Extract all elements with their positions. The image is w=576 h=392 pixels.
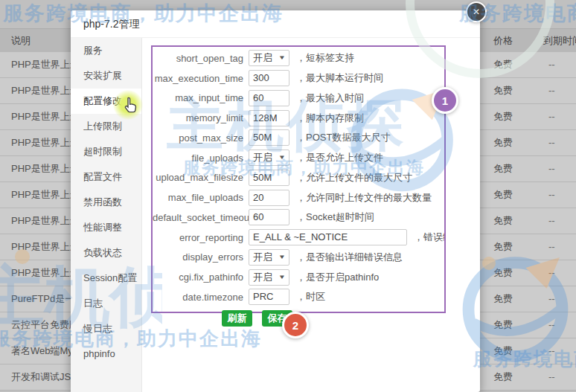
form-row: display_errors开启▼，是否输出详细错误信息 (153, 248, 444, 268)
form-row: max_input_time60，最大输入时间 (153, 89, 444, 109)
close-button[interactable]: ✕ (466, 1, 487, 22)
field-description: ，脚本内存限制 (296, 112, 364, 125)
field-label: max_execution_time (153, 73, 243, 84)
form-row: date.timezonePRC，时区 (153, 287, 444, 307)
save-button[interactable]: 保存 (262, 310, 292, 327)
max_input_time-input[interactable]: 60 (249, 90, 289, 106)
field-label: error_reporting (153, 232, 243, 243)
field-label: upload_max_filesize (153, 172, 243, 183)
form-row: max_file_uploads20，允许同时上传文件的最大数量 (153, 187, 444, 208)
field-description: ，时区 (296, 290, 325, 303)
sidebar-item-9[interactable]: Session配置 (71, 266, 141, 291)
sidebar-item-8[interactable]: 负载状态 (71, 240, 141, 266)
sidebar-item-4[interactable]: 超时限制 (71, 139, 141, 164)
field-label: date.timezone (153, 292, 243, 303)
upload_max_filesize-input[interactable]: 50M (249, 170, 289, 186)
select-value: 开启 (253, 51, 272, 65)
field-label: default_socket_timeout (153, 212, 243, 223)
field-description: ，最大输入时间 (296, 91, 364, 105)
sidebar-item-2[interactable]: 配置修改 (71, 89, 141, 114)
file_uploads-select[interactable]: 开启▼ (249, 150, 289, 166)
cgi.fix_pathinfo-select[interactable]: 开启▼ (249, 269, 289, 286)
php-manage-modal: php-7.2管理 ✕ 服务安装扩展配置修改上传限制超时限制配置文件禁用函数性能… (71, 10, 480, 392)
field-description: ，允许上传文件的最大尺寸 (296, 171, 412, 184)
form-row: file_uploads开启▼，是否允许上传文件 (153, 148, 444, 168)
sidebar-item-3[interactable]: 上传限制 (71, 114, 141, 139)
field-label: memory_limit (153, 112, 243, 123)
form-row: max_execution_time300，最大脚本运行时间 (153, 68, 444, 89)
chevron-down-icon: ▼ (278, 270, 286, 285)
chevron-down-icon: ▼ (278, 250, 286, 265)
select-value: 开启 (253, 150, 272, 165)
select-value: 开启 (253, 270, 272, 285)
form-row: post_max_size50M，POST数据最大尺寸 (153, 128, 444, 148)
chevron-down-icon: ▼ (278, 150, 286, 165)
select-value: 开启 (253, 250, 272, 265)
field-description: ，最大脚本运行时间 (296, 71, 383, 85)
field-label: cgi.fix_pathinfo (153, 271, 243, 283)
sidebar-item-7[interactable]: 性能调整 (71, 215, 141, 240)
sidebar-item-12[interactable]: phpinfo (71, 341, 141, 367)
post_max_size-input[interactable]: 50M (249, 129, 289, 146)
field-label: max_input_time (153, 92, 243, 103)
field-description: ，Socket超时时间 (296, 211, 374, 224)
modal-sidebar: 服务安装扩展配置修改上传限制超时限制配置文件禁用函数性能调整负载状态Sessio… (71, 38, 142, 392)
field-description: ，是否允许上传文件 (296, 151, 383, 164)
form-row: short_open_tag开启▼，短标签支持 (153, 48, 444, 68)
sidebar-item-11[interactable]: 慢日志 (71, 316, 141, 341)
close-icon: ✕ (473, 7, 480, 17)
field-description: ，是否开启pathinfo (296, 271, 379, 284)
field-label: max_file_uploads (153, 192, 243, 203)
memory_limit-input[interactable]: 128M (249, 110, 289, 126)
config-form: short_open_tag开启▼，短标签支持max_execution_tim… (151, 45, 446, 313)
form-row: cgi.fix_pathinfo开启▼，是否开启pathinfo (153, 267, 444, 287)
error_reporting-input[interactable]: E_ALL & ~E_NOTICE (249, 229, 407, 245)
form-row: default_socket_timeout60，Socket超时时间 (153, 208, 444, 228)
field-label: display_errors (153, 251, 243, 263)
max_execution_time-input[interactable]: 300 (249, 70, 289, 86)
sidebar-item-6[interactable]: 禁用函数 (71, 190, 141, 215)
sidebar-item-5[interactable]: 配置文件 (71, 164, 141, 190)
modal-body: 服务安装扩展配置修改上传限制超时限制配置文件禁用函数性能调整负载状态Sessio… (71, 38, 480, 392)
field-label: post_max_size (153, 132, 243, 144)
field-label: file_uploads (153, 152, 243, 164)
display_errors-select[interactable]: 开启▼ (249, 249, 289, 266)
short_open_tag-select[interactable]: 开启▼ (249, 50, 289, 66)
form-row: error_reportingE_ALL & ~E_NOTICE，错误级别 (153, 228, 444, 248)
form-row: memory_limit128M，脚本内存限制 (153, 108, 444, 128)
default_socket_timeout-input[interactable]: 60 (249, 209, 289, 225)
modal-title: php-7.2管理 (71, 10, 480, 38)
page-root: 说明 价格 到期时间 PHP是世界上最好免费--PHP是世界上最好免费--PHP… (0, 0, 576, 392)
field-description: ，允许同时上传文件的最大数量 (296, 191, 432, 205)
sidebar-item-10[interactable]: 日志 (71, 291, 141, 316)
field-label: short_open_tag (153, 53, 243, 64)
field-description: ，短标签支持 (296, 51, 354, 65)
form-row: upload_max_filesize50M，允许上传文件的最大尺寸 (153, 168, 444, 188)
field-description: ，错误级别 (414, 231, 446, 244)
date.timezone-input[interactable]: PRC (249, 289, 289, 305)
field-description: ，是否输出详细错误信息 (296, 251, 403, 264)
modal-content: short_open_tag开启▼，短标签支持max_execution_tim… (142, 38, 480, 392)
chevron-down-icon: ▼ (278, 51, 286, 65)
max_file_uploads-input[interactable]: 20 (249, 190, 289, 206)
sidebar-item-1[interactable]: 安装扩展 (71, 63, 141, 89)
sidebar-item-0[interactable]: 服务 (71, 38, 141, 63)
field-description: ，POST数据最大尺寸 (296, 131, 390, 144)
refresh-button[interactable]: 刷新 (222, 310, 252, 327)
